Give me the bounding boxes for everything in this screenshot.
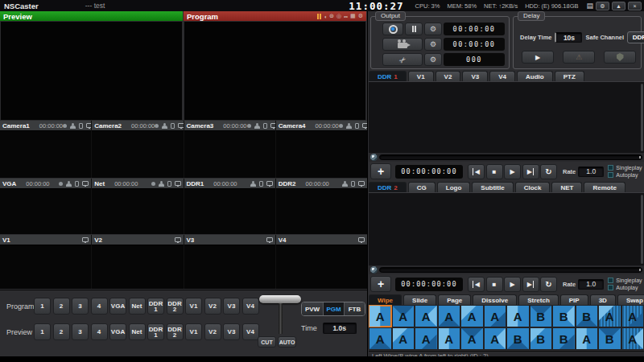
stream-button[interactable] xyxy=(382,38,423,51)
record-settings-button[interactable]: ⚙ xyxy=(424,23,442,35)
source-header-camera4[interactable]: Camera400:00:00 xyxy=(276,121,367,130)
ddr2-stop-button[interactable]: ■ xyxy=(486,277,503,292)
ddr2-seek-bar[interactable] xyxy=(379,267,642,273)
scrollbar[interactable] xyxy=(641,84,643,151)
pvw-button[interactable]: PVW xyxy=(302,302,323,315)
close-icon[interactable]: × xyxy=(628,2,642,10)
t-bar[interactable] xyxy=(259,295,301,334)
ddr1-rate-field[interactable]: 1.0 xyxy=(578,167,604,177)
delay-alert-button[interactable]: ⚠ xyxy=(563,51,595,64)
effect-thumb-9[interactable]: B xyxy=(553,306,575,327)
ddr1-add-button[interactable]: + xyxy=(370,163,391,179)
source-header-v1[interactable]: V1 xyxy=(0,235,91,245)
effect-thumb-13[interactable]: A xyxy=(369,328,391,349)
ddr1-singleplay-checkbox[interactable]: Singleplay xyxy=(608,165,642,171)
effects-tab-wipe[interactable]: Wipe xyxy=(369,294,402,305)
program-button-vga[interactable]: VGA xyxy=(109,298,126,315)
settings-icon[interactable]: ⚙ xyxy=(596,2,609,10)
source-header-camera2[interactable]: Camera200:00:00 xyxy=(92,121,183,130)
effects-tab-dissolve[interactable]: Dissolve xyxy=(473,294,517,305)
v4-thumbnail[interactable] xyxy=(276,245,367,289)
source-header-ddr1[interactable]: DDR100:00:00 xyxy=(184,179,275,188)
effect-thumb-3[interactable]: A xyxy=(415,306,437,327)
program-button-net[interactable]: Net xyxy=(129,298,146,315)
ddr2-tab-ddr[interactable]: DDR2 xyxy=(369,182,407,192)
safe-channel-dropdown[interactable]: DDR1 ▼ xyxy=(627,31,644,43)
effect-thumb-21[interactable]: B xyxy=(553,328,575,349)
preview-button-1[interactable]: 1 xyxy=(34,323,51,340)
ddr2-singleplay-checkbox[interactable]: Singleplay xyxy=(608,278,642,283)
effect-thumb-12[interactable]: A xyxy=(622,306,644,327)
ddr1-previous-button[interactable]: ◀ xyxy=(468,164,485,179)
preview-button-ddr1[interactable]: DDR 1 xyxy=(147,323,164,340)
preview-button-v2[interactable]: V2 xyxy=(204,323,221,340)
ddr1-tab-ptz[interactable]: PTZ xyxy=(555,71,584,81)
ddr2-tab-remote[interactable]: Remote xyxy=(584,182,625,192)
preview-button-vga[interactable]: VGA xyxy=(109,323,126,340)
ddr1-seek-bar[interactable] xyxy=(379,154,642,160)
preview-button-v1[interactable]: V1 xyxy=(185,323,202,340)
v3-thumbnail[interactable] xyxy=(184,245,275,289)
ddr2-previous-button[interactable]: ◀ xyxy=(468,277,485,292)
effects-tab-pip[interactable]: PIP xyxy=(560,294,588,305)
pgm-button[interactable]: PGM xyxy=(323,302,344,315)
ddr1-tab-v4[interactable]: V4 xyxy=(489,71,515,81)
v2-thumbnail[interactable] xyxy=(92,245,183,289)
preview-button-v3[interactable]: V3 xyxy=(223,323,240,340)
effect-thumb-7[interactable]: A xyxy=(507,306,529,327)
program-button-v3[interactable]: V3 xyxy=(223,298,240,315)
camera1-thumbnail[interactable] xyxy=(0,130,91,178)
delay-time-field[interactable]: 10s xyxy=(555,32,582,43)
effects-tab-swap[interactable]: Swap xyxy=(617,294,644,305)
program-button-3[interactable]: 3 xyxy=(72,298,89,315)
source-header-net[interactable]: Net00:00:00 xyxy=(92,179,183,188)
ddr2-thumbnail[interactable] xyxy=(276,188,367,234)
effect-thumb-8[interactable]: B xyxy=(530,306,552,327)
preview-button-3[interactable]: 3 xyxy=(72,323,89,340)
effects-tab-page[interactable]: Page xyxy=(438,294,471,305)
ddr2-tab-net[interactable]: NET xyxy=(551,182,582,192)
camera2-thumbnail[interactable] xyxy=(92,130,183,178)
delay-safe-button[interactable] xyxy=(604,51,636,64)
ddr1-tab-audio[interactable]: Audio xyxy=(517,71,553,81)
v1-thumbnail[interactable] xyxy=(0,245,91,289)
preview-button-2[interactable]: 2 xyxy=(53,323,70,340)
preview-button-net[interactable]: Net xyxy=(129,323,146,340)
snapshot-settings-button[interactable]: ⚙ xyxy=(424,53,442,66)
ddr1-tab-ddr[interactable]: DDR1 xyxy=(369,71,407,81)
effects-tab-slide[interactable]: Slide xyxy=(403,294,436,305)
ddr2-autoplay-checkbox[interactable]: Autoplay xyxy=(608,285,642,290)
effect-thumb-16[interactable]: A xyxy=(439,328,460,349)
auto-button[interactable]: AUTO xyxy=(278,336,296,348)
ddr1-thumbnail[interactable] xyxy=(184,188,275,234)
effect-thumb-17[interactable]: A xyxy=(461,328,483,349)
eject-icon[interactable]: ▲ xyxy=(612,2,625,10)
net-thumbnail[interactable] xyxy=(92,188,183,234)
ddr1-play-button[interactable]: ▶ xyxy=(504,164,521,179)
program-button-v2[interactable]: V2 xyxy=(204,298,221,315)
cut-button[interactable]: CUT xyxy=(258,336,276,348)
camera3-thumbnail[interactable] xyxy=(184,130,275,178)
ddr2-rate-field[interactable]: 1.0 xyxy=(578,279,604,290)
ddr2-play-button[interactable]: ▶ xyxy=(504,277,521,292)
program-button-1[interactable]: 1 xyxy=(34,298,51,315)
effects-tab-stretch[interactable]: Stretch xyxy=(518,294,559,305)
program-button-ddr1[interactable]: DDR 1 xyxy=(147,298,164,315)
effect-thumb-20[interactable]: B xyxy=(530,328,552,349)
effect-thumb-2[interactable]: A xyxy=(393,306,415,327)
ddr2-tab-subtitle[interactable]: Subtitle xyxy=(472,182,513,192)
preview-button-ddr2[interactable]: DDR 2 xyxy=(167,323,184,340)
ddr1-next-button[interactable]: ▶ xyxy=(522,164,539,179)
delay-start-button[interactable]: ▶ xyxy=(522,51,554,64)
program-button-2[interactable]: 2 xyxy=(53,298,70,315)
ddr2-add-button[interactable]: + xyxy=(370,276,391,292)
effects-tab-3d[interactable]: 3D xyxy=(590,294,616,305)
ddr1-tab-v2[interactable]: V2 xyxy=(436,71,461,81)
source-header-ddr2[interactable]: DDR200:00:00 xyxy=(276,179,367,188)
program-button-ddr2[interactable]: DDR 2 xyxy=(167,298,184,315)
ddr1-tab-v3[interactable]: V3 xyxy=(462,71,488,81)
program-button-4[interactable]: 4 xyxy=(91,298,108,315)
snapshot-button[interactable]: ✂ xyxy=(382,53,423,66)
effect-thumb-22[interactable]: A xyxy=(576,328,598,349)
source-header-camera1[interactable]: Camera100:00:00 xyxy=(0,121,91,130)
